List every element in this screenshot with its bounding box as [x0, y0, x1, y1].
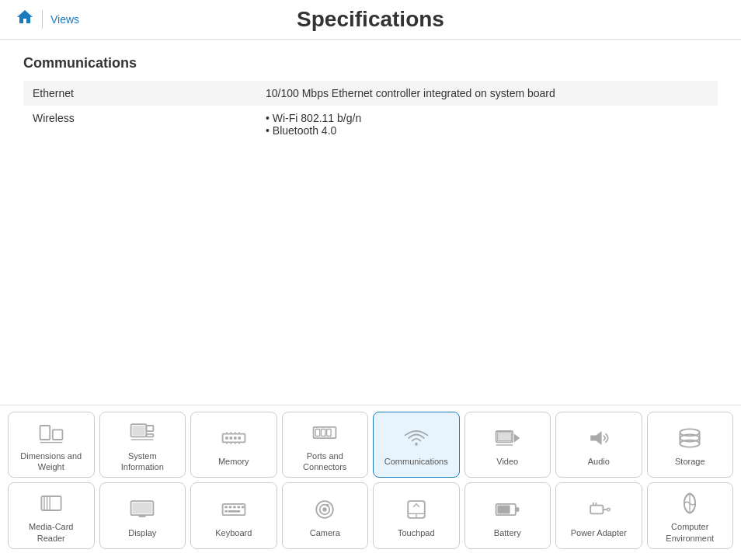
wireless-bullet-list: Wi-Fi 802.11 b/g/n Bluetooth 4.0	[266, 112, 708, 137]
page-title: Specifications	[297, 7, 444, 32]
main-content: Communications Ethernet 10/100 Mbps Ethe…	[0, 40, 741, 158]
wireless-item-wifi: Wi-Fi 802.11 b/g/n	[266, 112, 708, 124]
table-row: Wireless Wi-Fi 802.11 b/g/n Bluetooth 4.…	[23, 106, 718, 143]
spec-value-ethernet: 10/100 Mbps Ethernet controller integrat…	[256, 81, 718, 106]
spec-label-ethernet: Ethernet	[23, 81, 256, 106]
spec-label-wireless: Wireless	[23, 106, 256, 143]
nav-divider	[42, 10, 43, 29]
home-icon[interactable]	[16, 8, 34, 31]
header: Views Specifications	[0, 0, 741, 40]
wireless-item-bluetooth: Bluetooth 4.0	[266, 124, 708, 137]
section-title: Communications	[23, 55, 718, 71]
table-row: Ethernet 10/100 Mbps Ethernet controller…	[23, 81, 718, 106]
views-link[interactable]: Views	[50, 13, 79, 26]
header-nav: Views	[16, 8, 79, 31]
spec-table: Ethernet 10/100 Mbps Ethernet controller…	[23, 81, 718, 143]
spec-value-wireless: Wi-Fi 802.11 b/g/n Bluetooth 4.0	[256, 106, 718, 143]
